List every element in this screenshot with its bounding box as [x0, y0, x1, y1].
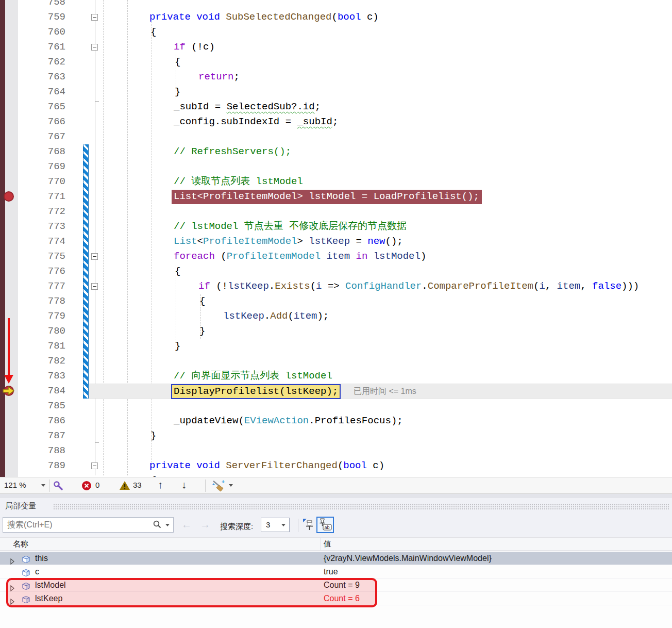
panel-splitter[interactable]: [0, 493, 672, 498]
code-text[interactable]: List<ProfileItemModel> lstKeep = new();: [174, 234, 403, 249]
pin-to-source-icon[interactable]: [303, 518, 316, 532]
fold-collapse-icon[interactable]: [91, 462, 98, 469]
code-text[interactable]: lstKeep.Add(item);: [223, 309, 329, 324]
expand-twisty-icon[interactable]: [10, 596, 14, 609]
forward-arrow-icon[interactable]: →: [200, 519, 210, 531]
code-line[interactable]: 761if (!c): [0, 40, 672, 55]
code-text[interactable]: // RefreshServers();: [174, 144, 291, 159]
cleanup-caret-icon[interactable]: [229, 484, 233, 487]
code-text[interactable]: {: [150, 473, 156, 477]
code-line[interactable]: 785: [0, 399, 672, 414]
variable-row-lstModel[interactable]: lstModelCount = 9: [0, 579, 672, 592]
code-line[interactable]: 766_config.subIndexId = _subId;: [0, 114, 672, 129]
error-count[interactable]: 0: [95, 481, 99, 489]
pin-values-toggle[interactable]: ab: [316, 517, 334, 533]
code-line[interactable]: 760{: [0, 25, 672, 40]
current-statement-arrow-icon[interactable]: [2, 386, 15, 395]
code-text[interactable]: {: [175, 55, 180, 70]
code-text[interactable]: private void SubSelectedChanged(bool c): [149, 10, 379, 25]
zoom-level[interactable]: 121 %: [4, 481, 26, 489]
code-text[interactable]: _updateView(EViewAction.ProfilesFocus);: [174, 414, 403, 428]
variable-name[interactable]: lstModel: [35, 579, 66, 592]
code-line[interactable]: 767: [0, 129, 672, 144]
column-header-value[interactable]: 值: [324, 538, 331, 550]
perf-tip[interactable]: 已用时间 <= 1ms: [354, 384, 416, 399]
variable-row-c[interactable]: ctrue: [0, 565, 672, 579]
variable-row-this[interactable]: this{v2rayN.ViewModels.MainWindowViewMod…: [0, 552, 672, 565]
code-text[interactable]: {: [150, 25, 156, 40]
code-line[interactable]: 781}: [0, 339, 672, 354]
code-health-icon[interactable]: [53, 480, 64, 491]
code-line[interactable]: 789private void ServerFilterChanged(bool…: [0, 458, 672, 473]
code-text[interactable]: if (!c): [174, 40, 215, 55]
code-line[interactable]: 784DisplayProfilelist(lstKeep);已用时间 <= 1…: [0, 384, 672, 399]
code-text[interactable]: return;: [198, 70, 240, 85]
code-text[interactable]: DisplayProfilelist(lstKeep);: [171, 384, 341, 399]
code-text[interactable]: List<ProfileItemModel> lstModel = LoadPr…: [172, 190, 482, 204]
error-icon[interactable]: [81, 481, 92, 491]
code-line[interactable]: 777if (!lstKeep.Exists(i => ConfigHandle…: [0, 279, 672, 294]
fold-collapse-icon[interactable]: [91, 14, 98, 21]
warning-count[interactable]: 33: [133, 481, 142, 489]
code-line[interactable]: 769: [0, 159, 672, 174]
code-line[interactable]: 759private void SubSelectedChanged(bool …: [0, 10, 672, 25]
code-text[interactable]: {: [199, 294, 205, 309]
code-text[interactable]: // 向界面显示节点列表 lstModel: [174, 369, 332, 384]
search-caret-icon[interactable]: [165, 524, 170, 526]
code-line[interactable]: 758: [0, 0, 672, 10]
code-text[interactable]: }: [199, 324, 205, 339]
code-line[interactable]: 783// 向界面显示节点列表 lstModel: [0, 369, 672, 384]
code-line[interactable]: 776{: [0, 264, 672, 279]
fold-collapse-icon[interactable]: [91, 44, 98, 51]
code-lines-layer[interactable]: 758759private void SubSelectedChanged(bo…: [0, 0, 672, 477]
search-depth-dropdown[interactable]: 3: [261, 518, 290, 532]
nav-up-icon[interactable]: ↑: [158, 479, 163, 491]
code-line[interactable]: 778{: [0, 294, 672, 309]
code-text[interactable]: {: [175, 264, 180, 279]
variable-value[interactable]: {v2rayN.ViewModels.MainWindowViewModel}: [324, 552, 492, 565]
code-line[interactable]: 765_subId = SelectedSub?.id;: [0, 100, 672, 114]
search-input[interactable]: [3, 517, 174, 533]
variable-name[interactable]: lstKeep: [35, 592, 62, 605]
code-text[interactable]: _subId = SelectedSub?.id;: [174, 100, 321, 114]
variable-row-lstKeep[interactable]: lstKeepCount = 6: [0, 592, 672, 605]
depth-caret-icon[interactable]: [281, 524, 285, 526]
code-line[interactable]: 770// 读取节点列表 lstModel: [0, 174, 672, 189]
variable-value[interactable]: Count = 6: [324, 592, 360, 605]
code-line[interactable]: 762{: [0, 55, 672, 70]
code-line[interactable]: 788: [0, 443, 672, 458]
grid-header[interactable]: 名称 值: [0, 537, 672, 551]
code-text[interactable]: if (!lstKeep.Exists(i => ConfigHandler.C…: [198, 279, 639, 294]
variable-value[interactable]: Count = 9: [324, 579, 360, 592]
warning-icon[interactable]: [119, 481, 130, 490]
code-text[interactable]: // lstModel 节点去重 不修改底层保存的节点数据: [174, 219, 407, 234]
code-line[interactable]: 773// lstModel 节点去重 不修改底层保存的节点数据: [0, 219, 672, 234]
code-line[interactable]: 782: [0, 354, 672, 369]
breakpoint-icon[interactable]: [4, 191, 14, 202]
fold-collapse-icon[interactable]: [91, 253, 98, 260]
variables-grid[interactable]: this{v2rayN.ViewModels.MainWindowViewMod…: [0, 551, 672, 628]
code-line[interactable]: 780}: [0, 324, 672, 339]
code-line[interactable]: 768// RefreshServers();: [0, 144, 672, 159]
code-text[interactable]: foreach (ProfileItemModel item in lstMod…: [174, 249, 426, 264]
search-icon[interactable]: [153, 520, 162, 529]
fold-collapse-icon[interactable]: [91, 283, 98, 290]
code-text[interactable]: _config.subIndexId = _subId;: [174, 114, 338, 129]
code-line[interactable]: 763return;: [0, 70, 672, 85]
code-line[interactable]: 774List<ProfileItemModel> lstKeep = new(…: [0, 234, 672, 249]
code-text[interactable]: private void ServerFilterChanged(bool c): [149, 458, 384, 473]
back-arrow-icon[interactable]: ←: [181, 519, 192, 531]
code-line[interactable]: 786_updateView(EViewAction.ProfilesFocus…: [0, 414, 672, 428]
code-line[interactable]: 772: [0, 204, 672, 219]
column-header-name[interactable]: 名称: [13, 538, 28, 550]
code-line[interactable]: 779lstKeep.Add(item);: [0, 309, 672, 324]
code-line[interactable]: 771List<ProfileItemModel> lstModel = Loa…: [0, 189, 672, 204]
code-line[interactable]: 764}: [0, 85, 672, 100]
code-text[interactable]: }: [150, 428, 156, 443]
variable-value[interactable]: true: [324, 565, 338, 579]
code-line[interactable]: 775foreach (ProfileItemModel item in lst…: [0, 249, 672, 264]
code-text[interactable]: // 读取节点列表 lstModel: [174, 174, 303, 189]
variable-name[interactable]: this: [35, 552, 48, 565]
code-line[interactable]: 787}: [0, 428, 672, 443]
variable-name[interactable]: c: [35, 565, 39, 579]
